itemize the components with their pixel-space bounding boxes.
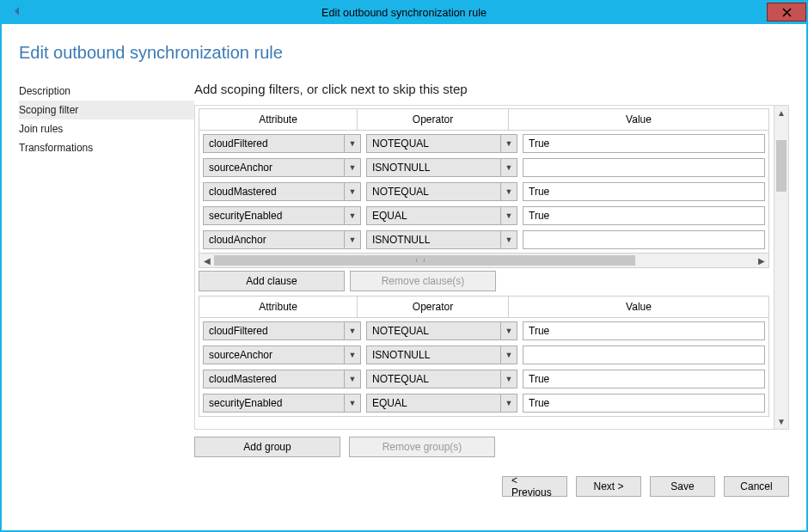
add-group-button[interactable]: Add group — [194, 437, 340, 457]
chevron-down-icon[interactable]: ▼ — [344, 345, 361, 364]
attribute-value: cloudFiltered — [203, 321, 344, 340]
chevron-down-icon[interactable]: ▼ — [500, 206, 517, 225]
attribute-combo[interactable]: cloudAnchor▼ — [203, 230, 361, 249]
operator-combo[interactable]: EQUAL▼ — [366, 394, 517, 413]
sidebar-item-transformations[interactable]: Transformations — [19, 138, 194, 157]
column-header-value: Value — [509, 109, 768, 130]
add-clause-button[interactable]: Add clause — [199, 271, 345, 291]
horizontal-scroll-thumb[interactable] — [214, 255, 635, 266]
operator-value: ISNOTNULL — [366, 230, 500, 249]
scroll-down-icon[interactable]: ▼ — [774, 414, 788, 429]
attribute-value: sourceAnchor — [203, 158, 344, 177]
chevron-down-icon[interactable]: ▼ — [500, 158, 517, 177]
scroll-right-icon[interactable]: ▶ — [754, 254, 768, 267]
remove-group-button[interactable]: Remove group(s) — [349, 437, 495, 457]
scroll-up-icon[interactable]: ▲ — [774, 106, 788, 120]
chevron-down-icon[interactable]: ▼ — [500, 321, 517, 340]
attribute-value: securityEnabled — [203, 394, 344, 413]
attribute-combo[interactable]: securityEnabled▼ — [203, 206, 361, 225]
chevron-down-icon[interactable]: ▼ — [500, 230, 517, 249]
group-button-row: Add group Remove group(s) — [194, 437, 789, 457]
clause-row: sourceAnchor▼ISNOTNULL▼ — [203, 158, 765, 177]
close-button[interactable] — [767, 3, 806, 21]
save-button[interactable]: Save — [650, 476, 715, 497]
horizontal-scroll-track[interactable] — [214, 254, 754, 267]
attribute-combo[interactable]: cloudMastered▼ — [203, 370, 361, 388]
chevron-down-icon[interactable]: ▼ — [500, 345, 517, 364]
chevron-down-icon[interactable]: ▼ — [344, 206, 361, 225]
value-input[interactable] — [523, 134, 765, 153]
column-header-value: Value — [509, 297, 768, 317]
attribute-combo[interactable]: cloudFiltered▼ — [203, 321, 361, 340]
grid-header: AttributeOperatorValue — [199, 296, 769, 318]
remove-clause-button[interactable]: Remove clause(s) — [350, 271, 496, 291]
attribute-value: sourceAnchor — [203, 345, 344, 364]
next-button[interactable]: Next > — [576, 476, 641, 497]
attribute-combo[interactable]: securityEnabled▼ — [203, 394, 361, 413]
step-instruction: Add scoping filters, or click next to sk… — [194, 82, 789, 96]
operator-value: EQUAL — [366, 394, 500, 413]
page-title: Edit outbound synchronization rule — [19, 43, 789, 63]
operator-combo[interactable]: NOTEQUAL▼ — [366, 134, 517, 153]
filter-group: AttributeOperatorValuecloudFiltered▼NOTE… — [195, 296, 773, 419]
operator-value: ISNOTNULL — [366, 345, 500, 364]
clause-row: cloudAnchor▼ISNOTNULL▼ — [203, 230, 765, 249]
clause-row: securityEnabled▼EQUAL▼ — [203, 206, 765, 225]
dialog-window: Edit outbound synchronization rule Edit … — [0, 0, 808, 532]
previous-button[interactable]: < Previous — [502, 476, 567, 497]
operator-combo[interactable]: NOTEQUAL▼ — [366, 321, 517, 340]
chevron-down-icon[interactable]: ▼ — [344, 182, 361, 201]
vertical-scroll-thumb[interactable] — [776, 140, 787, 192]
clause-row: cloudFiltered▼NOTEQUAL▼ — [203, 134, 765, 153]
attribute-combo[interactable]: sourceAnchor▼ — [203, 158, 361, 177]
column-header-attribute: Attribute — [199, 109, 358, 130]
chevron-down-icon[interactable]: ▼ — [344, 158, 361, 177]
scroll-left-icon[interactable]: ◀ — [199, 254, 214, 267]
chevron-down-icon[interactable]: ▼ — [500, 182, 517, 201]
cancel-button[interactable]: Cancel — [724, 476, 789, 497]
operator-combo[interactable]: ISNOTNULL▼ — [366, 158, 517, 177]
operator-value: NOTEQUAL — [366, 134, 500, 153]
column-header-attribute: Attribute — [199, 297, 358, 317]
attribute-combo[interactable]: sourceAnchor▼ — [203, 345, 361, 364]
operator-combo[interactable]: ISNOTNULL▼ — [366, 345, 517, 364]
clause-row: sourceAnchor▼ISNOTNULL▼ — [203, 345, 765, 364]
chevron-down-icon[interactable]: ▼ — [500, 394, 517, 413]
grid-body: cloudFiltered▼NOTEQUAL▼sourceAnchor▼ISNO… — [199, 318, 769, 417]
value-input[interactable] — [523, 206, 765, 225]
app-icon — [5, 5, 21, 21]
operator-combo[interactable]: NOTEQUAL▼ — [366, 370, 517, 388]
value-input[interactable] — [523, 158, 765, 177]
value-input[interactable] — [523, 182, 765, 201]
chevron-down-icon[interactable]: ▼ — [344, 370, 361, 388]
value-input[interactable] — [523, 345, 765, 364]
chevron-down-icon[interactable]: ▼ — [344, 394, 361, 413]
chevron-down-icon[interactable]: ▼ — [344, 134, 361, 153]
value-input[interactable] — [523, 230, 765, 249]
chevron-down-icon[interactable]: ▼ — [500, 134, 517, 153]
sidebar-item-scoping-filter[interactable]: Scoping filter — [19, 101, 194, 119]
attribute-value: cloudAnchor — [203, 230, 344, 249]
titlebar: Edit outbound synchronization rule — [2, 2, 806, 24]
attribute-combo[interactable]: cloudFiltered▼ — [203, 134, 361, 153]
attribute-combo[interactable]: cloudMastered▼ — [203, 182, 361, 201]
sidebar-item-join-rules[interactable]: Join rules — [19, 119, 194, 138]
window-title: Edit outbound synchronization rule — [2, 7, 806, 19]
wizard-footer: < Previous Next > Save Cancel — [194, 476, 789, 497]
chevron-down-icon[interactable]: ▼ — [500, 370, 517, 388]
chevron-down-icon[interactable]: ▼ — [344, 321, 361, 340]
chevron-down-icon[interactable]: ▼ — [344, 230, 361, 249]
value-input[interactable] — [523, 394, 765, 413]
operator-combo[interactable]: EQUAL▼ — [366, 206, 517, 225]
clause-row: cloudFiltered▼NOTEQUAL▼ — [203, 321, 765, 340]
vertical-scrollbar[interactable]: ▲ ▼ — [774, 106, 788, 429]
operator-combo[interactable]: NOTEQUAL▼ — [366, 182, 517, 201]
sidebar-item-description[interactable]: Description — [19, 82, 194, 101]
operator-combo[interactable]: ISNOTNULL▼ — [366, 230, 517, 249]
column-header-operator: Operator — [358, 109, 509, 130]
value-input[interactable] — [523, 370, 765, 388]
column-header-operator: Operator — [358, 297, 509, 317]
operator-value: NOTEQUAL — [366, 182, 500, 201]
horizontal-scrollbar[interactable]: ◀▶ — [199, 254, 769, 268]
value-input[interactable] — [523, 321, 765, 340]
